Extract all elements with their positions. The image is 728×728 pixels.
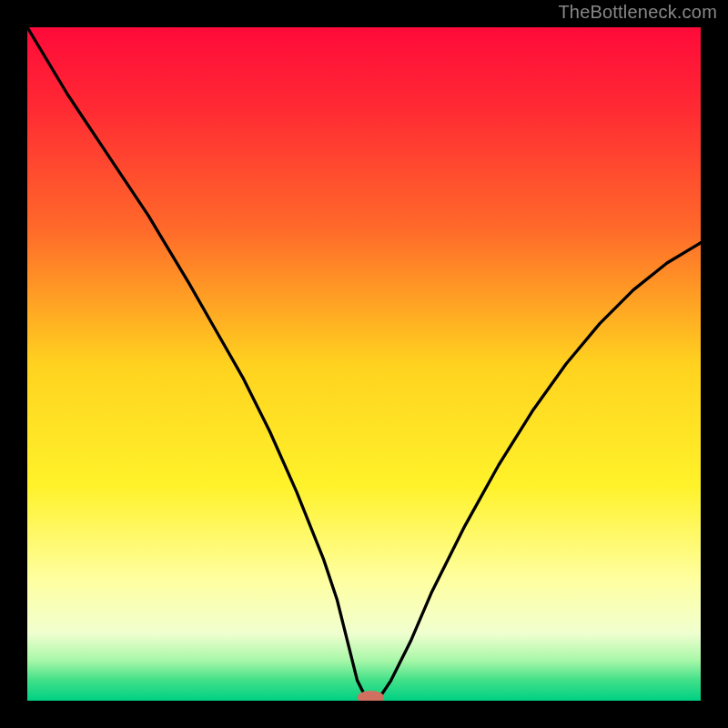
gradient-background <box>27 27 701 701</box>
chart-frame: TheBottleneck.com <box>0 0 728 728</box>
watermark-label: TheBottleneck.com <box>558 2 717 23</box>
chart-svg <box>27 27 701 701</box>
bottleneck-chart <box>27 27 701 701</box>
